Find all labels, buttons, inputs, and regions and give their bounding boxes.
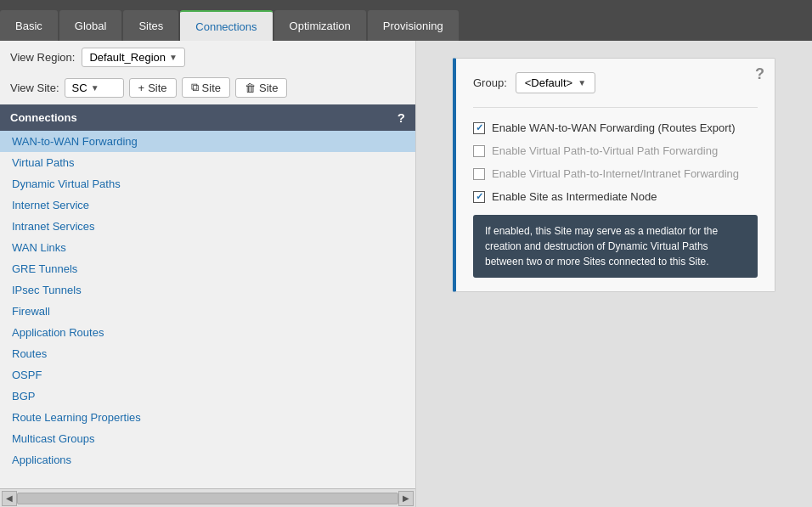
nav-item-gre-tunnels[interactable]: GRE Tunnels: [0, 258, 415, 279]
group-select[interactable]: <Default> ▼: [516, 72, 595, 93]
group-value: <Default>: [525, 76, 572, 89]
checkbox-vp-internet[interactable]: [473, 168, 485, 180]
scroll-right-arrow[interactable]: ▶: [398, 491, 414, 506]
option-wan-forwarding: Enable WAN-to-WAN Forwarding (Routes Exp…: [473, 116, 758, 139]
copy-site-label: Site: [202, 82, 221, 94]
option-vp-forwarding: Enable Virtual Path-to-Virtual Path Forw…: [473, 139, 758, 162]
label-wan-forwarding: Enable WAN-to-WAN Forwarding (Routes Exp…: [492, 121, 736, 134]
site-select[interactable]: SC ▼: [65, 78, 124, 98]
nav-item-ipsec-tunnels[interactable]: IPsec Tunnels: [0, 279, 415, 301]
add-site-icon: +: [138, 82, 145, 94]
view-site-label: View Site:: [10, 82, 59, 94]
view-region-label: View Region:: [10, 51, 75, 64]
nav-item-routes[interactable]: Routes: [0, 343, 415, 364]
region-select[interactable]: Default_Region ▼: [82, 48, 185, 67]
tooltip-text: If enabled, this Site may serve as a med…: [485, 225, 718, 268]
nav-item-wan-links[interactable]: WAN Links: [0, 237, 415, 258]
connections-help-icon[interactable]: ?: [398, 110, 405, 125]
copy-site-button[interactable]: ⧉ Site: [182, 77, 230, 98]
checkbox-wan-forwarding[interactable]: [473, 122, 485, 134]
nav-item-virtual-paths[interactable]: Virtual Paths: [0, 152, 415, 173]
copy-site-icon: ⧉: [191, 81, 199, 94]
tooltip-box: If enabled, this Site may serve as a med…: [473, 215, 758, 278]
option-intermediate-node: Enable Site as Intermediate Node: [473, 185, 758, 208]
region-dropdown-arrow: ▼: [169, 53, 178, 62]
horizontal-scrollbar[interactable]: ◀ ▶: [0, 488, 415, 507]
checkbox-intermediate-node[interactable]: [473, 191, 485, 203]
tab-bar: Basic Global Sites Connections Optimizat…: [0, 0, 812, 41]
nav-item-multicast-groups[interactable]: Multicast Groups: [0, 428, 415, 449]
add-site-label: Site: [148, 82, 166, 94]
nav-item-applications[interactable]: Applications: [0, 449, 415, 470]
delete-site-button[interactable]: 🗑 Site: [235, 78, 287, 98]
group-row: Group: <Default> ▼: [473, 72, 758, 93]
view-region-row: View Region: Default_Region ▼: [0, 41, 415, 74]
scroll-left-arrow[interactable]: ◀: [2, 491, 17, 506]
site-value: SC: [72, 82, 87, 94]
label-vp-internet: Enable Virtual Path-to-Internet/Intranet…: [492, 167, 739, 180]
nav-item-ospf[interactable]: OSPF: [0, 364, 415, 386]
label-intermediate-node: Enable Site as Intermediate Node: [492, 190, 657, 203]
scroll-thumb[interactable]: [17, 493, 398, 504]
nav-item-intranet-services[interactable]: Intranet Services: [0, 216, 415, 237]
nav-item-internet-service[interactable]: Internet Service: [0, 194, 415, 216]
checkbox-vp-forwarding[interactable]: [473, 145, 485, 157]
group-label: Group:: [473, 76, 507, 89]
add-site-button[interactable]: + Site: [129, 78, 177, 98]
label-vp-forwarding: Enable Virtual Path-to-Virtual Path Forw…: [492, 144, 718, 157]
tab-basic[interactable]: Basic: [0, 10, 58, 41]
site-dropdown-arrow: ▼: [91, 83, 99, 93]
connections-title: Connections: [10, 111, 77, 124]
tab-sites[interactable]: Sites: [123, 10, 178, 41]
card-help-icon[interactable]: ?: [755, 65, 764, 83]
tab-connections[interactable]: Connections: [180, 10, 272, 41]
nav-list: WAN-to-WAN Forwarding Virtual Paths Dyna…: [0, 131, 415, 488]
group-dropdown-arrow: ▼: [578, 78, 586, 87]
nav-item-dynamic-virtual-paths[interactable]: Dynamic Virtual Paths: [0, 173, 415, 194]
tab-provisioning[interactable]: Provisioning: [368, 10, 459, 41]
config-card: ? Group: <Default> ▼ Enable WAN-to-WAN F…: [453, 58, 775, 292]
view-site-row: View Site: SC ▼ + Site ⧉ Site 🗑 Site: [0, 74, 415, 104]
option-vp-internet: Enable Virtual Path-to-Internet/Intranet…: [473, 162, 758, 185]
tab-optimization[interactable]: Optimization: [274, 10, 366, 41]
nav-item-wan-to-wan[interactable]: WAN-to-WAN Forwarding: [0, 131, 415, 152]
connections-header: Connections ?: [0, 104, 415, 131]
nav-item-application-routes[interactable]: Application Routes: [0, 322, 415, 343]
region-value: Default_Region: [89, 51, 166, 64]
left-panel: View Region: Default_Region ▼ View Site:…: [0, 41, 416, 507]
tab-global[interactable]: Global: [59, 10, 122, 41]
delete-site-label: Site: [259, 82, 278, 94]
right-panel: ? Group: <Default> ▼ Enable WAN-to-WAN F…: [416, 41, 812, 507]
delete-site-icon: 🗑: [245, 82, 256, 94]
main-area: View Region: Default_Region ▼ View Site:…: [0, 41, 812, 507]
nav-item-route-learning[interactable]: Route Learning Properties: [0, 407, 415, 428]
nav-item-firewall[interactable]: Firewall: [0, 301, 415, 322]
nav-item-bgp[interactable]: BGP: [0, 386, 415, 407]
divider-1: [473, 107, 758, 108]
